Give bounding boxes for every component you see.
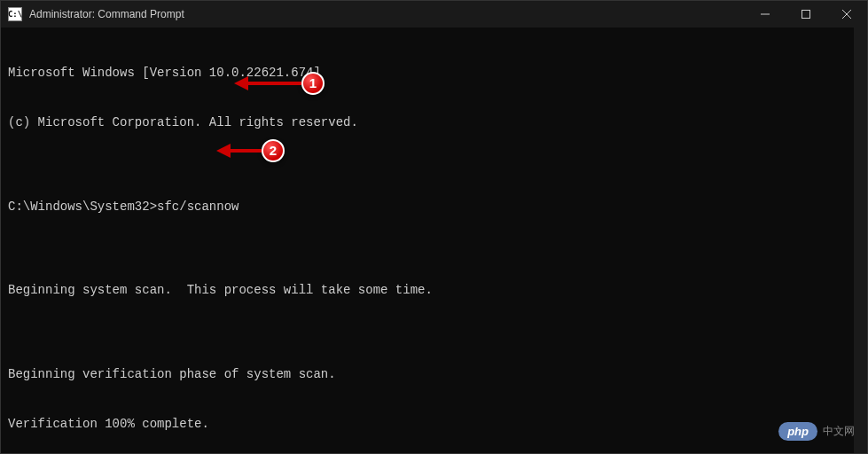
output-line: (c) Microsoft Corporation. All rights re… [8, 114, 860, 131]
terminal-output[interactable]: Microsoft Windows [Version 10.0.22621.67… [1, 27, 867, 453]
output-line: Beginning verification phase of system s… [8, 366, 860, 383]
prompt-line: C:\Windows\System32>sfc/scannow [8, 199, 860, 215]
watermark: php 中文网 [778, 422, 855, 441]
titlebar[interactable]: C:\ Administrator: Command Prompt [1, 1, 867, 27]
watermark-text: 中文网 [823, 424, 855, 439]
annotation-badge: 2 [262, 139, 285, 162]
close-button[interactable] [826, 1, 867, 27]
arrow-shaft [231, 149, 262, 153]
arrow-left-icon [216, 144, 231, 158]
arrow-shaft [248, 82, 301, 85]
output-line: Verification 100% complete. [8, 416, 860, 433]
maximize-button[interactable] [786, 1, 826, 27]
output-line: Microsoft Windows [Version 10.0.22621.67… [8, 65, 860, 82]
minimize-button[interactable] [745, 1, 786, 27]
window-controls [745, 1, 867, 27]
annotation-2: 2 [216, 139, 285, 162]
window-title: Administrator: Command Prompt [29, 8, 745, 20]
svg-rect-1 [802, 11, 810, 19]
scrollbar[interactable] [854, 27, 867, 453]
cmd-icon: C:\ [8, 7, 22, 21]
php-logo: php [778, 422, 817, 441]
output-line: Beginning system scan. This process will… [8, 282, 860, 299]
command-prompt-window: C:\ Administrator: Command Prompt Micros… [0, 0, 868, 454]
